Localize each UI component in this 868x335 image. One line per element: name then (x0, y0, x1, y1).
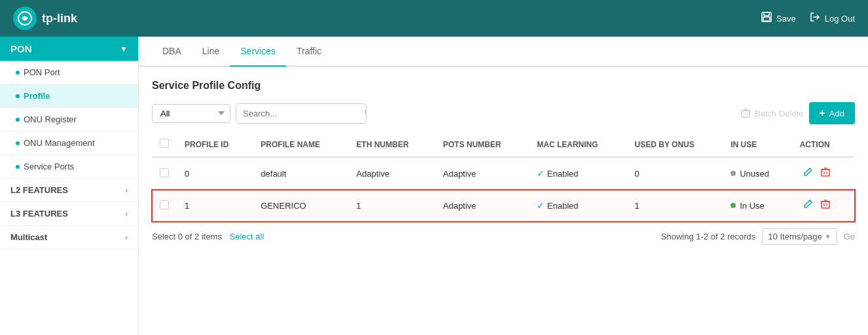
sidebar-item-multicast[interactable]: Multicast › (0, 226, 138, 249)
green-status-dot (731, 203, 736, 208)
delete-button[interactable] (818, 198, 833, 213)
dot-icon (16, 141, 20, 145)
content-area: Service Profile Config All (139, 67, 868, 258)
table-footer: Select 0 of 2 items Select all Showing 1… (152, 222, 855, 245)
sidebar-item-profile[interactable]: Profile (0, 84, 138, 108)
header-pots-number: POTS NUMBER (435, 132, 529, 157)
svg-rect-6 (742, 111, 750, 117)
search-icon-button[interactable] (359, 104, 367, 123)
tab-traffic[interactable]: Traffic (286, 37, 332, 67)
delete-row-icon (820, 199, 831, 209)
row-checkbox[interactable] (160, 168, 169, 177)
check-icon: ✓ (537, 168, 545, 179)
used-by-onus-cell: 1 (627, 190, 723, 222)
filter-select[interactable]: All (152, 104, 230, 123)
logout-button[interactable]: Log Out (809, 11, 855, 26)
sidebar-item-l3-features[interactable]: L3 FEATURES › (0, 202, 138, 226)
sidebar-item-label: PON Port (24, 67, 60, 77)
table-row: 1GENERICO1Adaptive✓ Enabled1In Use (152, 190, 855, 222)
sidebar-item-label: ONU Register (24, 115, 77, 124)
tab-label: Services (240, 46, 276, 56)
eth-number-cell: 1 (348, 190, 435, 222)
header-checkbox-col (152, 132, 177, 157)
save-label: Save (776, 14, 796, 24)
add-button[interactable]: + Add (809, 102, 855, 124)
dot-icon (16, 118, 20, 122)
in-use-cell: Unused (723, 157, 791, 190)
row-checkbox[interactable] (160, 200, 169, 209)
toolbar-right: Batch Delete + Add (740, 102, 855, 124)
add-label: Add (829, 109, 844, 118)
edit-icon (803, 167, 813, 177)
plus-icon: + (820, 107, 825, 119)
dot-icon (16, 71, 20, 75)
sidebar-item-l2-features[interactable]: L2 FEATURES › (0, 179, 138, 202)
save-icon (761, 11, 772, 26)
sidebar-item-onu-register[interactable]: ONU Register (0, 108, 138, 132)
tab-services[interactable]: Services (230, 37, 286, 67)
in-use-status: Unused (731, 169, 784, 179)
pagination-right: Showing 1-2 of 2 records 10 Items/page ▼… (661, 228, 855, 245)
logo-text: tp-link (42, 12, 77, 26)
tab-label: Traffic (297, 46, 321, 56)
batch-delete-button[interactable]: Batch Delete (740, 108, 803, 118)
sidebar-item-pon-port[interactable]: PON Port (0, 61, 138, 84)
header-profile-name: PROFILE NAME (253, 132, 348, 157)
sidebar-multicast-label: Multicast (10, 232, 47, 242)
search-input[interactable] (236, 105, 359, 122)
sidebar-section-pon[interactable]: PON ▼ (0, 37, 138, 61)
table-row: 0defaultAdaptiveAdaptive✓ Enabled0Unused (152, 157, 855, 190)
profile-id-cell: 0 (177, 157, 253, 190)
tab-label: Line (202, 46, 219, 56)
table-header-row: PROFILE ID PROFILE NAME ETH NUMBER POTS … (152, 132, 855, 157)
gray-status-dot (731, 171, 736, 176)
mac-learning-cell: ✓ Enabled (529, 157, 626, 190)
search-icon (365, 108, 367, 117)
header-mac-learning: MAC LEARNING (529, 132, 626, 157)
profiles-table: PROFILE ID PROFILE NAME ETH NUMBER POTS … (152, 132, 855, 222)
sidebar-item-label: ONU Management (24, 138, 94, 148)
edit-button[interactable] (800, 166, 816, 181)
tab-dba[interactable]: DBA (152, 37, 192, 67)
used-by-onus-cell: 0 (627, 157, 723, 190)
mac-learning-cell: ✓ Enabled (529, 190, 626, 222)
delete-icon (740, 108, 751, 118)
profile-name-cell: default (253, 157, 348, 190)
sidebar-l3-label: L3 FEATURES (10, 209, 68, 219)
items-per-page-label: 10 Items/page (768, 232, 822, 241)
logo: tp-link (13, 7, 77, 30)
header-in-use: IN USE (723, 132, 791, 157)
header-eth-number: ETH NUMBER (348, 132, 435, 157)
sidebar-item-label: Service Ports (24, 162, 74, 171)
toolbar-left: All (152, 103, 367, 124)
chevron-down-icon: ▼ (825, 233, 831, 240)
delete-button[interactable] (818, 166, 833, 181)
select-all-link[interactable]: Select all (230, 232, 264, 241)
tab-line[interactable]: Line (192, 37, 230, 67)
in-use-cell: In Use (723, 190, 791, 222)
check-icon: ✓ (537, 200, 545, 211)
row-checkbox-cell (152, 190, 177, 222)
select-count: Select 0 of 2 items (152, 232, 222, 241)
edit-button[interactable] (800, 198, 816, 213)
sidebar-item-service-ports[interactable]: Service Ports (0, 155, 138, 179)
chevron-right-icon: › (125, 233, 128, 242)
chevron-right-icon: › (125, 209, 128, 219)
pots-number-cell: Adaptive (435, 190, 529, 222)
in-use-label: In Use (740, 201, 765, 211)
profile-id-cell: 1 (177, 190, 253, 222)
tabs-bar: DBA Line Services Traffic (139, 37, 868, 67)
save-button[interactable]: Save (761, 11, 796, 26)
select-all-checkbox[interactable] (160, 139, 169, 148)
items-per-page-select[interactable]: 10 Items/page ▼ (762, 228, 837, 245)
chevron-right-icon: › (125, 186, 128, 195)
action-cell (792, 157, 855, 190)
in-use-label: Unused (740, 169, 769, 179)
sidebar: PON ▼ PON Port Profile ONU Register ONU … (0, 37, 139, 335)
dot-icon (16, 94, 20, 98)
sidebar-item-onu-management[interactable]: ONU Management (0, 132, 138, 155)
chevron-down-icon: ▼ (120, 44, 128, 54)
go-button[interactable]: Go (844, 232, 855, 241)
edit-icon (803, 199, 813, 209)
svg-point-4 (366, 109, 367, 115)
